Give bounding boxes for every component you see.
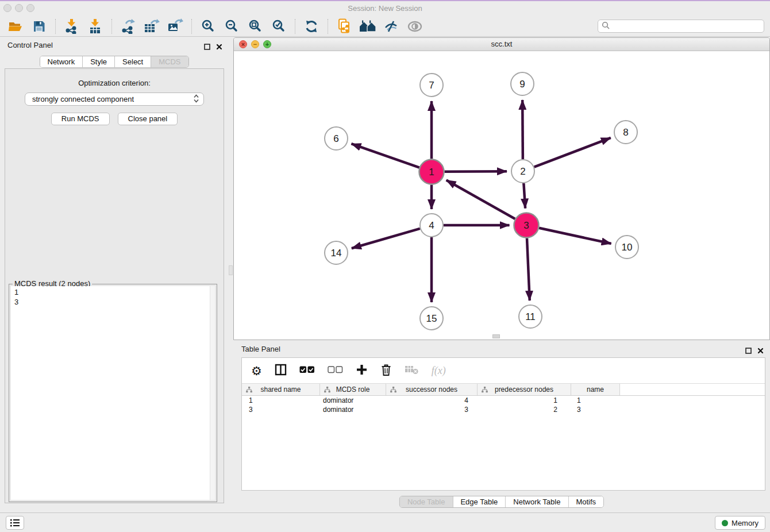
import-table-icon[interactable]	[86, 18, 105, 35]
deselect-all-icon[interactable]	[328, 365, 343, 376]
delete-table-icon	[405, 364, 419, 377]
graph-edge-2-8[interactable]	[534, 138, 611, 167]
zoom-in-icon[interactable]	[198, 18, 218, 35]
vertical-splitter-handle[interactable]	[229, 265, 233, 275]
close-panel-button[interactable]: Close panel	[118, 113, 178, 125]
open-session-icon[interactable]	[6, 18, 25, 35]
zoom-fit-icon[interactable]	[245, 18, 265, 35]
run-mcds-button[interactable]: Run MCDS	[51, 113, 110, 125]
cell-shared-name[interactable]: 1	[242, 396, 320, 404]
refresh-icon[interactable]	[302, 18, 321, 35]
node-table: ⚙ f(x) shared name MCDS role successor n…	[241, 357, 765, 491]
table-row[interactable]: 3 dominator 3 2 3	[242, 405, 765, 414]
graph-node-label-10: 10	[622, 242, 633, 253]
float-panel-icon[interactable]	[204, 42, 210, 52]
graph-node-label-1: 1	[429, 167, 434, 178]
show-all-icon[interactable]	[405, 18, 425, 35]
tab-network[interactable]: Network	[40, 56, 83, 67]
cell-mcds-role[interactable]: dominator	[320, 406, 386, 414]
graph-node-label-7: 7	[429, 80, 434, 91]
select-all-icon[interactable]	[299, 365, 315, 376]
graph-edge-2-9[interactable]	[522, 100, 523, 159]
graph-edge-2-3[interactable]	[523, 183, 525, 209]
column-header-predecessor-nodes[interactable]: predecessor nodes	[478, 384, 571, 395]
tab-select[interactable]: Select	[115, 56, 151, 67]
graph-edge-3-11[interactable]	[527, 238, 530, 300]
tab-style[interactable]: Style	[83, 56, 115, 67]
cell-shared-name[interactable]: 3	[242, 406, 320, 414]
task-history-button[interactable]	[6, 516, 24, 530]
column-header-successor-nodes[interactable]: successor nodes	[386, 384, 478, 395]
column-visibility-icon[interactable]	[275, 364, 287, 378]
table-panel-tabs: Node Table Edge Table Network Table Moti…	[399, 496, 604, 508]
cell-name[interactable]: 1	[571, 396, 620, 404]
result-scrollbar[interactable]	[210, 286, 215, 500]
export-network-icon[interactable]	[118, 18, 138, 35]
save-session-icon[interactable]	[29, 18, 49, 35]
list-icon	[10, 519, 20, 527]
hierarchy-icon	[482, 387, 488, 395]
first-neighbors-icon[interactable]	[358, 18, 378, 35]
graph-node-label-4: 4	[429, 220, 434, 231]
tab-mcds[interactable]: MCDS	[151, 56, 188, 67]
network-close-icon[interactable]: ×	[239, 40, 247, 48]
graph-edge-1-2[interactable]	[444, 171, 507, 172]
hide-selected-icon[interactable]	[382, 18, 401, 35]
cell-name[interactable]: 3	[571, 406, 620, 414]
cell-successor-nodes[interactable]: 4	[386, 396, 478, 404]
graph-edge-3-10[interactable]	[539, 228, 611, 244]
graph-edge-4-14[interactable]	[352, 229, 420, 248]
tab-motifs[interactable]: Motifs	[568, 496, 603, 507]
export-image-icon[interactable]	[165, 18, 185, 35]
zoom-out-icon[interactable]	[222, 18, 241, 35]
table-header-row: shared name MCDS role successor nodes pr…	[242, 383, 765, 396]
tab-node-table[interactable]: Node Table	[400, 496, 453, 507]
table-row[interactable]: 1 dominator 4 1 1	[242, 396, 765, 405]
graph-edge-3-1[interactable]	[446, 180, 515, 218]
add-column-icon[interactable]	[356, 364, 368, 378]
memory-button[interactable]: Memory	[715, 516, 765, 530]
float-panel-icon[interactable]	[745, 346, 752, 356]
memory-status-icon	[722, 520, 728, 526]
network-maximize-icon[interactable]: +	[263, 40, 271, 48]
zoom-selected-icon[interactable]	[269, 18, 288, 35]
column-header-name[interactable]: name	[571, 384, 620, 395]
clone-network-icon[interactable]	[334, 18, 354, 35]
network-canvas[interactable]: 7968124314101511	[234, 52, 769, 340]
table-settings-icon[interactable]: ⚙	[251, 365, 262, 377]
window-titlebar: Session: New Session	[0, 1, 770, 16]
maximize-window-button[interactable]	[26, 4, 34, 12]
column-header-shared-name[interactable]: shared name	[242, 384, 320, 395]
import-network-icon[interactable]	[62, 18, 82, 35]
search-input[interactable]	[612, 22, 760, 30]
cell-predecessor-nodes[interactable]: 1	[478, 396, 571, 404]
tab-edge-table[interactable]: Edge Table	[453, 496, 506, 507]
horizontal-splitter-handle[interactable]	[492, 334, 500, 338]
search-box[interactable]	[598, 20, 764, 33]
graph-node-label-11: 11	[525, 311, 536, 322]
mcds-result-text[interactable]: 1 3	[11, 286, 215, 500]
delete-column-icon[interactable]	[380, 363, 392, 379]
hierarchy-icon	[390, 387, 396, 395]
toolbar-separator	[111, 19, 112, 34]
optimization-criterion-select[interactable]: strongly connected component	[25, 92, 204, 106]
cell-predecessor-nodes[interactable]: 2	[478, 406, 571, 414]
minimize-window-button[interactable]	[15, 4, 23, 12]
graph-node-label-14: 14	[331, 248, 342, 259]
toolbar-separator	[328, 19, 328, 34]
cell-mcds-role[interactable]: dominator	[320, 396, 386, 404]
network-minimize-icon[interactable]: −	[251, 40, 259, 48]
graph-edge-1-6[interactable]	[351, 144, 419, 167]
export-table-icon[interactable]	[142, 18, 161, 35]
network-window-titlebar[interactable]: × − + scc.txt	[234, 38, 769, 51]
tab-network-table[interactable]: Network Table	[506, 496, 568, 507]
hierarchy-icon	[324, 387, 330, 395]
cell-successor-nodes[interactable]: 3	[386, 406, 478, 414]
hierarchy-icon	[246, 387, 252, 395]
close-window-button[interactable]	[3, 4, 11, 12]
close-panel-icon[interactable]	[757, 346, 764, 356]
main-toolbar	[0, 16, 770, 36]
column-header-mcds-role[interactable]: MCDS role	[320, 384, 386, 395]
control-panel-title: Control Panel	[7, 41, 53, 49]
close-panel-icon[interactable]	[216, 42, 222, 52]
